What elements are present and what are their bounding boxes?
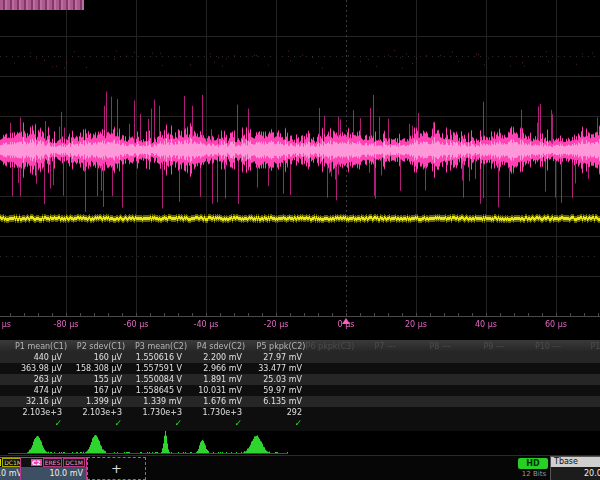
measure-cell: 25.03 mV — [245, 375, 302, 384]
measure-row: 2.103e+32.103e+31.730e+31.730e+3292 — [0, 407, 600, 418]
c2-scale: 10.0 mV — [21, 467, 86, 480]
measure-cell: 158.308 µV — [65, 364, 122, 373]
measure-header[interactable]: P8 --- — [429, 342, 450, 351]
measure-header[interactable]: P2 sdev(C1) — [77, 342, 125, 351]
descriptor-bar: C1 DC1M 10.0 mV C2 ERES DC1M 10.0 mV + — [0, 455, 600, 480]
measure-cell: 2.103e+3 — [5, 408, 62, 417]
c1-badge: C1 — [0, 459, 1, 466]
measure-cell: 32.16 µV — [5, 397, 62, 406]
axis-tick-label: 60 µs — [545, 320, 567, 329]
timebase-descriptor[interactable]: Tbase 20.0 µs — [550, 456, 600, 480]
status-check-icon: ✓ — [125, 418, 182, 428]
axis-tick-label: -20 µs — [264, 320, 289, 329]
hd-bits-label: 12 Bits — [518, 470, 550, 478]
axis-tick-label: -40 µs — [194, 320, 219, 329]
measure-header[interactable]: P10 --- — [535, 342, 561, 351]
measure-header[interactable]: P5 pkpk(C2) — [257, 342, 306, 351]
measure-cell: 155 µV — [65, 375, 122, 384]
c2-badge: C2 — [31, 459, 42, 466]
timebase-axis: -100 µs-80 µs-60 µs-40 µs-20 µs0 µs20 µs… — [0, 317, 600, 332]
timebase-value: 20.0 µs — [551, 467, 600, 480]
measurement-table: P1 mean(C1)P2 sdev(C1)P3 mean(C2)P4 sdev… — [0, 340, 600, 432]
measure-cell: 27.97 mV — [245, 353, 302, 362]
measure-row: 263 µV155 µV1.550084 V1.891 mV25.03 mV — [0, 374, 600, 385]
measure-row: 363.98 µV158.308 µV1.557591 V2.966 mV33.… — [0, 363, 600, 374]
status-check-icon: ✓ — [65, 418, 122, 428]
oscilloscope-screen: -100 µs-80 µs-60 µs-40 µs-20 µs0 µs20 µs… — [0, 0, 600, 480]
measure-cell: 292 — [245, 408, 302, 417]
measure-header[interactable]: P6 pkpk(C3) — [306, 342, 355, 351]
measure-cell: 167 µV — [65, 386, 122, 395]
measure-status-row: ✓✓✓✓✓ — [0, 418, 600, 431]
top-left-badge — [0, 0, 84, 10]
measure-header[interactable]: P9 --- — [483, 342, 504, 351]
measure-cell: 10.031 mV — [185, 386, 242, 395]
c2-coupling-tag: DC1M — [63, 458, 85, 467]
axis-tick-label: -100 µs — [0, 320, 11, 329]
measure-row: 440 µV160 µV1.550616 V2.200 mV27.97 mV — [0, 352, 600, 363]
axis-tick-label: 20 µs — [405, 320, 427, 329]
measure-cell: 160 µV — [65, 353, 122, 362]
measure-cell: 440 µV — [5, 353, 62, 362]
timebase-title: Tbase — [551, 457, 600, 467]
measure-cell: 1.399 µV — [65, 397, 122, 406]
measure-row: 32.16 µV1.399 µV1.339 mV1.676 mV6.135 mV — [0, 396, 600, 407]
measure-cell: 1.891 mV — [185, 375, 242, 384]
measure-cell: 263 µV — [5, 375, 62, 384]
measure-cell: 363.98 µV — [5, 364, 62, 373]
measure-header[interactable]: P1 mean(C1) — [15, 342, 67, 351]
measure-cell: 1.730e+3 — [125, 408, 182, 417]
status-check-icon: ✓ — [5, 418, 62, 428]
hd-mode-badge[interactable]: HD — [518, 458, 548, 469]
measure-cell: 59.97 mV — [245, 386, 302, 395]
measure-cell: 1.339 mV — [125, 397, 182, 406]
status-check-icon: ✓ — [245, 418, 302, 428]
measure-cell: 2.103e+3 — [65, 408, 122, 417]
measure-row: 474 µV167 µV1.558645 V10.031 mV59.97 mV — [0, 385, 600, 396]
measurement-table-header: P1 mean(C1)P2 sdev(C1)P3 mean(C2)P4 sdev… — [0, 340, 600, 352]
measure-cell: 2.966 mV — [185, 364, 242, 373]
measure-cell: 2.200 mV — [185, 353, 242, 362]
axis-tick-label: -80 µs — [54, 320, 79, 329]
measure-cell: 1.557591 V — [125, 364, 182, 373]
measure-cell: 1.558645 V — [125, 386, 182, 395]
add-trace-button[interactable]: + — [87, 457, 146, 480]
measure-cell: 33.477 mV — [245, 364, 302, 373]
trigger-position-icon[interactable] — [342, 318, 350, 324]
c2-eres-tag: ERES — [43, 458, 63, 467]
channel-c2-descriptor[interactable]: C2 ERES DC1M 10.0 mV — [20, 457, 87, 480]
measure-cell: 1.730e+3 — [185, 408, 242, 417]
measure-cell: 474 µV — [5, 386, 62, 395]
measure-header[interactable]: P3 mean(C2) — [135, 342, 187, 351]
axis-tick-label: 40 µs — [475, 320, 497, 329]
axis-tick-label: -60 µs — [124, 320, 149, 329]
measure-cell: 1.550616 V — [125, 353, 182, 362]
measure-header[interactable]: P4 sdev(C2) — [197, 342, 245, 351]
measure-header[interactable]: P11 — [590, 342, 600, 351]
status-check-icon: ✓ — [185, 418, 242, 428]
measure-cell: 6.135 mV — [245, 397, 302, 406]
measure-cell: 1.676 mV — [185, 397, 242, 406]
measure-cell: 1.550084 V — [125, 375, 182, 384]
measure-header[interactable]: P7 --- — [374, 342, 395, 351]
